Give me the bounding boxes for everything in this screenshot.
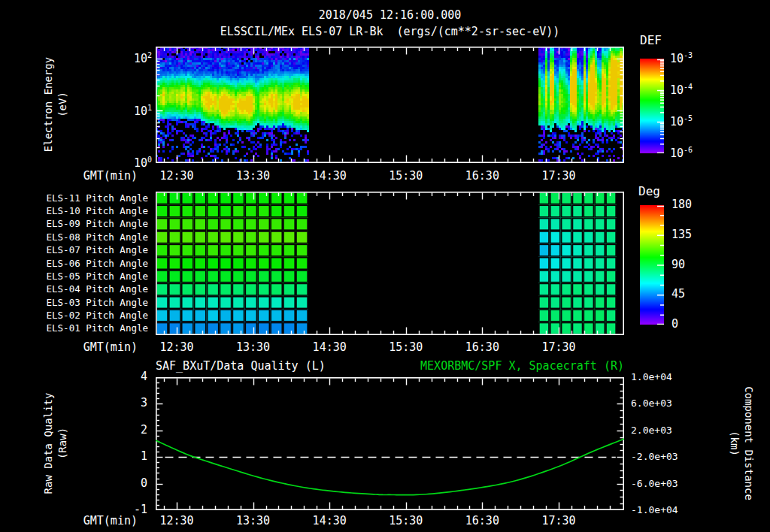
pitch-row-label: ELS-02 Pitch Angle xyxy=(0,310,148,321)
pitch-row-label: ELS-04 Pitch Angle xyxy=(0,283,148,295)
time-tick-label: 12:30 xyxy=(159,169,193,183)
time-tick-label: 14:30 xyxy=(313,514,347,527)
deg-colorbar-tick-labels: 18013590450 xyxy=(671,205,709,333)
pitch-row-label: ELS-01 Pitch Angle xyxy=(0,322,148,334)
left-series-title: SAF_BXuT/Data Quality (L) xyxy=(156,359,326,373)
y-axis-label-line: Electron Energy xyxy=(41,22,56,187)
energy-tick-label: 100 xyxy=(120,156,152,170)
top-gmt-label: GMT(min) xyxy=(62,169,138,183)
colorbar-tick-label: 10-3 xyxy=(670,51,718,65)
pitch-angle-heatmap xyxy=(156,192,624,335)
time-tick-label: 15:30 xyxy=(389,169,423,183)
deg-colorbar-title: Deg xyxy=(638,184,660,198)
bottom-left-y-axis-label: Raw Data Quality (Raw) xyxy=(41,361,71,526)
pitch-row-label: ELS-10 Pitch Angle xyxy=(0,205,148,216)
colorbar-tick-label: 45 xyxy=(671,287,709,301)
colorbar-tick-label: 10-4 xyxy=(670,83,718,97)
power-exponent: -6 xyxy=(684,146,693,154)
power-base: 10 xyxy=(134,104,147,118)
time-tick-label: 14:30 xyxy=(313,169,347,183)
pitch-row-label: ELS-03 Pitch Angle xyxy=(0,297,148,308)
right-series-title: MEXORBMC/SPF X, Spacecraft (R) xyxy=(420,359,624,373)
y-axis-label-line: Raw Data Quality xyxy=(41,361,56,526)
colorbar-tick-label: 0 xyxy=(671,317,709,331)
power-base: 10 xyxy=(670,83,684,97)
colorbar-tick-label: 180 xyxy=(671,198,709,211)
power-exponent: -5 xyxy=(684,114,693,122)
left-axis-tick-label: 2 xyxy=(110,423,147,437)
header-title: ELSSCIL/MEx ELS-07 LR-Bk (ergs/(cm**2-sr… xyxy=(111,25,669,38)
energy-tick-label: 102 xyxy=(120,51,152,65)
y-axis-label-line: (Raw) xyxy=(56,361,70,526)
power-base: 10 xyxy=(134,52,147,65)
power-exponent: 2 xyxy=(147,51,152,59)
power-exponent: 0 xyxy=(147,156,152,164)
colorbar-tick-label: 90 xyxy=(671,258,709,271)
pitch-row-label: ELS-06 Pitch Angle xyxy=(0,258,148,269)
colorbar-tick-label: 10-5 xyxy=(670,114,718,128)
pitch-row-labels: ELS-11 Pitch AngleELS-10 Pitch AngleELS-… xyxy=(0,192,150,335)
bottom-left-tick-labels: 43210-1 xyxy=(110,377,147,516)
right-axis-tick-label: -2.0e+03 xyxy=(631,451,690,462)
quality-distance-chart xyxy=(156,377,624,510)
mid-xtick-labels: 12:3013:3014:3015:3016:3017:30 xyxy=(156,340,624,355)
left-axis-tick-label: 3 xyxy=(110,396,147,410)
els-quicklook-plot: 2018/045 12:16:00.000 ELSSCIL/MEx ELS-07… xyxy=(0,0,770,532)
time-tick-label: 16:30 xyxy=(465,169,499,183)
power-base: 10 xyxy=(670,147,684,160)
def-colorbar xyxy=(640,59,664,153)
mid-gmt-label: GMT(min) xyxy=(62,340,138,354)
left-axis-tick-label: 1 xyxy=(110,449,147,463)
pitch-row-label: ELS-05 Pitch Angle xyxy=(0,271,148,282)
time-tick-label: 14:30 xyxy=(313,340,347,354)
pitch-row-label: ELS-08 Pitch Angle xyxy=(0,231,148,243)
bottom-right-tick-labels: 1.0e+046.0e+032.0e+03-2.0e+03-6.0e+03-1.… xyxy=(631,377,690,516)
bottom-panel-titles: SAF_BXuT/Data Quality (L) MEXORBMC/SPF X… xyxy=(156,359,624,373)
power-base: 10 xyxy=(134,156,147,170)
spectrogram-y-axis-label: Electron Energy (eV) xyxy=(41,22,71,187)
right-axis-tick-label: -1.0e+04 xyxy=(631,504,690,515)
power-exponent: 1 xyxy=(147,104,152,112)
colorbar-tick-label: 10-6 xyxy=(670,146,718,160)
left-axis-tick-label: 0 xyxy=(110,476,147,490)
spectrogram-ytick-labels: 102101100 xyxy=(120,47,152,171)
time-tick-label: 16:30 xyxy=(465,514,499,527)
y-axis-label-line: Component Distance xyxy=(741,361,756,526)
right-axis-tick-label: 1.0e+04 xyxy=(631,371,690,382)
bottom-right-y-axis-label: Component Distance (km) xyxy=(726,361,756,526)
energy-tick-label: 101 xyxy=(120,104,152,118)
power-exponent: -3 xyxy=(684,51,693,59)
bottom-gmt-label: GMT(min) xyxy=(62,514,138,527)
time-tick-label: 12:30 xyxy=(159,514,193,527)
pitch-row-label: ELS-11 Pitch Angle xyxy=(0,192,148,204)
electron-energy-spectrogram xyxy=(156,47,624,163)
time-tick-label: 15:30 xyxy=(389,340,423,354)
header-datetime: 2018/045 12:16:00.000 xyxy=(156,8,624,22)
power-exponent: -4 xyxy=(684,83,693,91)
y-axis-label-line: (eV) xyxy=(56,22,70,187)
time-tick-label: 17:30 xyxy=(541,340,575,354)
right-axis-tick-label: 2.0e+03 xyxy=(631,425,690,436)
pitch-row-label: ELS-09 Pitch Angle xyxy=(0,218,148,229)
y-axis-label-line: (km) xyxy=(727,361,741,526)
power-base: 10 xyxy=(670,52,684,65)
left-axis-tick-label: 4 xyxy=(110,370,147,383)
deg-colorbar xyxy=(640,205,664,325)
time-tick-label: 17:30 xyxy=(541,514,575,527)
colorbar-tick-label: 135 xyxy=(671,228,709,241)
time-tick-label: 13:30 xyxy=(236,169,270,183)
power-base: 10 xyxy=(670,115,684,128)
time-tick-label: 13:30 xyxy=(236,514,270,527)
def-colorbar-tick-labels: 10-310-410-510-6 xyxy=(670,59,718,164)
time-tick-label: 17:30 xyxy=(541,169,575,183)
time-tick-label: 15:30 xyxy=(389,514,423,527)
time-tick-label: 16:30 xyxy=(465,340,499,354)
right-axis-tick-label: 6.0e+03 xyxy=(631,397,690,409)
def-colorbar-title: DEF xyxy=(640,33,662,47)
right-axis-tick-label: -6.0e+03 xyxy=(631,478,690,489)
time-tick-label: 12:30 xyxy=(159,340,193,354)
top-xtick-labels: 12:3013:3014:3015:3016:3017:30 xyxy=(156,169,624,184)
time-tick-label: 13:30 xyxy=(236,340,270,354)
pitch-row-label: ELS-07 Pitch Angle xyxy=(0,244,148,255)
bottom-xtick-labels: 12:3013:3014:3015:3016:3017:30 xyxy=(156,514,624,529)
